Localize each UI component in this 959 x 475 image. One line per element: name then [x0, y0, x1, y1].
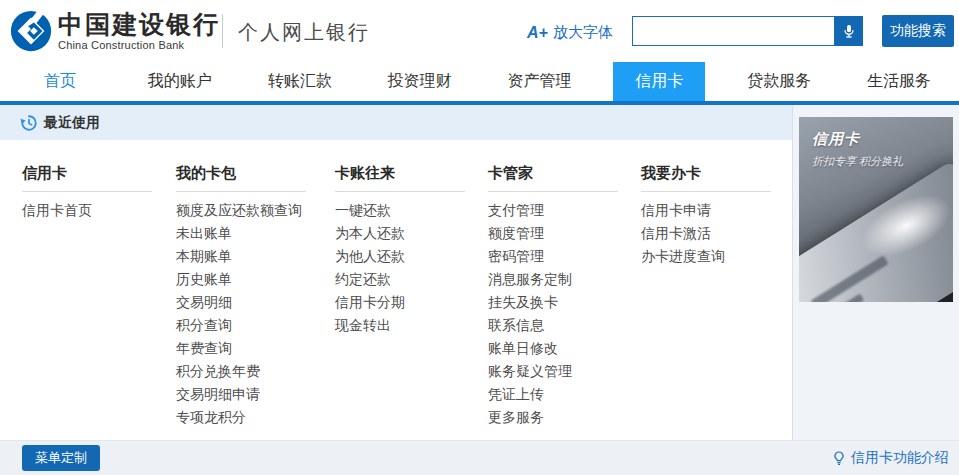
menu-item-list: 信用卡首页: [22, 199, 162, 222]
enlarge-font-link[interactable]: A+ 放大字体: [527, 23, 613, 42]
menu-item[interactable]: 支付管理: [488, 199, 628, 222]
menu-item[interactable]: 凭证上传: [488, 383, 628, 406]
bank-name-en: China Construction Bank: [58, 40, 220, 51]
menu-item[interactable]: 挂失及换卡: [488, 291, 628, 314]
tab-life-services[interactable]: 生活服务: [839, 62, 959, 101]
column-title: 我的卡包: [176, 163, 316, 183]
tab-asset-management[interactable]: 资产管理: [480, 62, 600, 101]
recently-used-label: 最近使用: [44, 114, 100, 132]
function-search-group: [632, 16, 863, 46]
menu-item[interactable]: 账务疑义管理: [488, 360, 628, 383]
tab-loan-services[interactable]: 贷款服务: [719, 62, 839, 101]
menu-item[interactable]: 年费查询: [176, 337, 316, 360]
enlarge-font-label: 放大字体: [553, 23, 613, 42]
function-search-button[interactable]: 功能搜索: [882, 15, 954, 47]
menu-column-apply-card: 我要办卡 信用卡申请信用卡激活办卡进度查询: [641, 163, 781, 268]
tab-investment[interactable]: 投资理财: [360, 62, 480, 101]
lightbulb-icon: [831, 450, 847, 466]
menu-item[interactable]: 信用卡激活: [641, 222, 781, 245]
promo-title: 信用卡: [812, 130, 860, 149]
column-title: 信用卡: [22, 163, 162, 183]
menu-item-list: 支付管理额度管理密码管理消息服务定制挂失及换卡联系信息账单日修改账务疑义管理凭证…: [488, 199, 628, 429]
menu-item[interactable]: 现金转出: [335, 314, 475, 337]
menu-item[interactable]: 密码管理: [488, 245, 628, 268]
credit-card-image: [799, 160, 953, 302]
tab-transfer-remittance[interactable]: 转账汇款: [240, 62, 360, 101]
menu-item[interactable]: 交易明细申请: [176, 383, 316, 406]
header-divider: [222, 14, 223, 48]
menu-item[interactable]: 联系信息: [488, 314, 628, 337]
menu-item[interactable]: 额度及应还款额查询: [176, 199, 316, 222]
menu-item[interactable]: 办卡进度查询: [641, 245, 781, 268]
search-input[interactable]: [632, 16, 835, 46]
portal-title: 个人网上银行: [238, 19, 370, 46]
menu-item[interactable]: 积分兑换年费: [176, 360, 316, 383]
column-title: 我要办卡: [641, 163, 781, 183]
intro-link-label: 信用卡功能介绍: [851, 449, 949, 467]
menu-item[interactable]: 信用卡申请: [641, 199, 781, 222]
credit-card-intro-link[interactable]: 信用卡功能介绍: [831, 441, 949, 475]
ccb-logo-icon: [8, 8, 54, 54]
menu-item[interactable]: 约定还款: [335, 268, 475, 291]
column-rule: [176, 191, 306, 192]
microphone-icon: [841, 23, 857, 39]
column-rule: [335, 191, 465, 192]
column-title: 卡管家: [488, 163, 628, 183]
menu-item[interactable]: 未出账单: [176, 222, 316, 245]
column-rule: [488, 191, 618, 192]
column-title: 卡账往来: [335, 163, 475, 183]
menu-item[interactable]: 为本人还款: [335, 222, 475, 245]
menu-item[interactable]: 历史账单: [176, 268, 316, 291]
menu-item[interactable]: 消息服务定制: [488, 268, 628, 291]
menu-column-card-account: 卡账往来 一键还款为本人还款为他人还款约定还款信用卡分期现金转出: [335, 163, 475, 337]
menu-item[interactable]: 一键还款: [335, 199, 475, 222]
menu-item[interactable]: 为他人还款: [335, 245, 475, 268]
column-rule: [22, 191, 152, 192]
voice-search-button[interactable]: [835, 16, 863, 46]
main-nav: 首页 我的账户 转账汇款 投资理财 资产管理 信用卡 贷款服务 生活服务: [0, 62, 959, 101]
credit-card-promo-banner[interactable]: 信用卡 折扣专享 积分换礼: [799, 117, 953, 302]
history-clock-icon: [20, 114, 38, 132]
menu-item[interactable]: 信用卡分期: [335, 291, 475, 314]
bank-wordmark: 中国建设银行 China Construction Bank: [58, 9, 220, 51]
menu-item[interactable]: 专项龙积分: [176, 406, 316, 429]
tab-credit-card[interactable]: 信用卡: [599, 62, 719, 101]
menu-column-credit-card: 信用卡 信用卡首页: [22, 163, 162, 222]
tab-home[interactable]: 首页: [0, 62, 120, 101]
menu-item[interactable]: 信用卡首页: [22, 199, 162, 222]
menu-item[interactable]: 更多服务: [488, 406, 628, 429]
menu-item-list: 一键还款为本人还款为他人还款约定还款信用卡分期现金转出: [335, 199, 475, 337]
column-rule: [641, 191, 771, 192]
side-panel: 信用卡 折扣专享 积分换礼: [793, 105, 959, 440]
menu-item[interactable]: 额度管理: [488, 222, 628, 245]
menu-item[interactable]: 积分查询: [176, 314, 316, 337]
promo-subtitle: 折扣专享 积分换礼: [812, 154, 903, 169]
footer-bar: 菜单定制 信用卡功能介绍: [0, 440, 959, 475]
ccb-logo[interactable]: [8, 8, 54, 54]
menu-customize-button[interactable]: 菜单定制: [22, 445, 100, 471]
credit-card-mega-menu: 最近使用 信用卡 信用卡首页 我的卡包 额度及应还款额查询未出账单本期账单历史账…: [0, 105, 793, 440]
menu-item[interactable]: 本期账单: [176, 245, 316, 268]
menu-item[interactable]: 账单日修改: [488, 337, 628, 360]
bank-name-cn: 中国建设银行: [58, 9, 220, 39]
menu-item-list: 额度及应还款额查询未出账单本期账单历史账单交易明细积分查询年费查询积分兑换年费交…: [176, 199, 316, 429]
font-zoom-icon: A+: [527, 24, 548, 42]
menu-column-card-manager: 卡管家 支付管理额度管理密码管理消息服务定制挂失及换卡联系信息账单日修改账务疑义…: [488, 163, 628, 429]
tab-my-accounts[interactable]: 我的账户: [120, 62, 240, 101]
menu-item[interactable]: 交易明细: [176, 291, 316, 314]
recently-used-bar: 最近使用: [0, 105, 792, 140]
menu-item-list: 信用卡申请信用卡激活办卡进度查询: [641, 199, 781, 268]
header: 中国建设银行 China Construction Bank 个人网上银行 A+…: [0, 0, 959, 62]
ccb-personal-online-banking: 中国建设银行 China Construction Bank 个人网上银行 A+…: [0, 0, 959, 475]
menu-column-my-card-package: 我的卡包 额度及应还款额查询未出账单本期账单历史账单交易明细积分查询年费查询积分…: [176, 163, 316, 429]
